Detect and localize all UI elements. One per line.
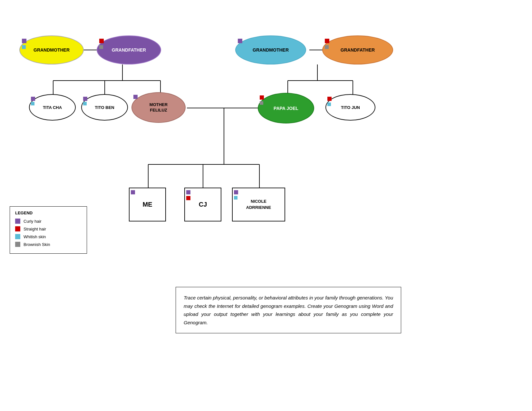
info-box: Trace certain physical, personality, or … <box>176 287 401 333</box>
trait-cj-red <box>186 196 190 200</box>
legend-label-straight: Straight hair <box>24 227 46 231</box>
tita-cha-label: TITA CHA <box>43 105 62 110</box>
trait-tito-ben-purple <box>83 97 87 101</box>
info-text: Trace certain physical, personality, or … <box>184 295 393 325</box>
legend-label-curly: Curly hair <box>24 219 42 224</box>
legend-label-whitish: Whitish skin <box>24 234 46 239</box>
grandfather-left-label: GRANDFATHER <box>112 47 146 53</box>
trait-tito-jun-teal <box>327 103 331 106</box>
tito-ben-label: TITO BEN <box>95 105 114 110</box>
node-tito-jun: TITO JUN <box>325 94 375 121</box>
mother-label-line2: FELILUZ <box>150 108 167 113</box>
legend-sq-straight <box>15 226 20 231</box>
trait-straight-hair <box>99 39 104 43</box>
node-me: ME <box>129 188 166 221</box>
trait-papa-joel-red <box>260 95 264 100</box>
node-papa-joel: PAPA JOEL <box>258 93 314 123</box>
grandmother-left-label: GRANDMOTHER <box>34 47 70 53</box>
grandfather-right-label: GRANDFATHER <box>341 47 375 53</box>
legend-title: LEGEND <box>15 210 82 215</box>
legend-label-brownish: Brownish Skin <box>24 242 50 247</box>
trait-straight-hair-2 <box>325 39 329 43</box>
trait-curly-hair-2 <box>238 39 242 43</box>
trait-tita-cha-purple <box>31 97 35 101</box>
cj-label: CJ <box>199 201 207 208</box>
nicole-label-line2: ADRRIENNE <box>246 205 271 210</box>
trait-cj-purple <box>186 190 190 194</box>
node-grandfather-left: GRANDFATHER <box>97 35 161 64</box>
node-cj: CJ <box>184 188 221 221</box>
trait-brownish-skin-2 <box>325 45 329 49</box>
trait-nicole-teal <box>234 196 237 200</box>
legend-item-brownish: Brownish Skin <box>15 242 82 247</box>
node-grandmother-left: GRANDMOTHER <box>19 35 84 64</box>
papa-joel-label: PAPA JOEL <box>274 106 298 111</box>
genogram-container: GRANDMOTHER GRANDFATHER GRANDMOTHER GRAN… <box>0 0 532 411</box>
grandmother-right-label: GRANDMOTHER <box>253 47 289 53</box>
legend-sq-curly <box>15 219 20 224</box>
node-grandmother-right: GRANDMOTHER <box>235 35 306 64</box>
trait-mother-purple <box>133 95 138 99</box>
trait-brownish-skin <box>99 45 103 49</box>
me-label: ME <box>143 201 152 208</box>
legend-sq-whitish <box>15 234 20 239</box>
legend-sq-brownish <box>15 242 20 247</box>
trait-tito-jun-red <box>327 97 332 101</box>
trait-me-purple <box>131 190 135 194</box>
legend-item-whitish: Whitish skin <box>15 234 82 239</box>
node-tito-ben: TITO BEN <box>81 94 128 121</box>
node-nicole: NICOLE ADRRIENNE <box>232 188 285 221</box>
trait-papa-joel-gray <box>260 101 263 105</box>
node-mother: MOTHER FELILUZ <box>131 92 186 123</box>
legend-item-curly: Curly hair <box>15 219 82 224</box>
trait-curly-hair <box>22 39 26 43</box>
trait-tito-ben-teal <box>83 102 87 105</box>
node-grandfather-right: GRANDFATHER <box>322 35 393 64</box>
trait-whitish-skin <box>22 45 26 49</box>
legend-item-straight: Straight hair <box>15 226 82 231</box>
nicole-label-line1: NICOLE <box>251 199 266 204</box>
trait-tita-cha-teal <box>31 102 34 105</box>
trait-nicole-purple <box>234 190 238 194</box>
legend-box: LEGEND Curly hair Straight hair Whitish … <box>10 206 87 254</box>
mother-label-line1: MOTHER <box>150 102 168 108</box>
tito-jun-label: TITO JUN <box>341 105 360 110</box>
node-tita-cha: TITA CHA <box>29 94 76 121</box>
trait-whitish-skin-2 <box>238 45 242 49</box>
